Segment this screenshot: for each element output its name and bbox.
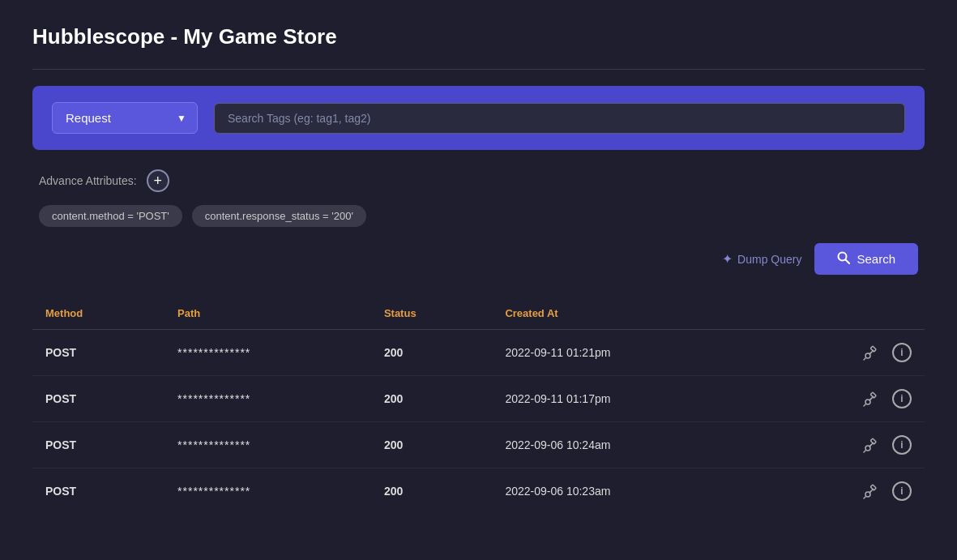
satellite-icon[interactable]: [861, 343, 881, 362]
attribute-tags: content.method = 'POST' content.response…: [39, 205, 918, 227]
plus-icon: +: [153, 173, 162, 188]
row-path: **************: [164, 468, 371, 515]
row-status: 200: [371, 422, 493, 468]
row-status: 200: [371, 468, 493, 515]
table-row: POST ************** 200 2022-09-06 10:23…: [32, 468, 925, 515]
advanced-header: Advance Attributes: +: [39, 169, 918, 192]
dropdown-wrapper: Request Response Event ▼: [52, 102, 198, 134]
row-created-at: 2022-09-11 01:17pm: [492, 376, 766, 422]
svg-line-11: [869, 399, 871, 400]
row-method: POST: [32, 330, 164, 376]
advanced-section: Advance Attributes: + content.method = '…: [32, 169, 925, 227]
sparkle-icon: ✦: [722, 251, 733, 267]
info-icon[interactable]: i: [892, 481, 912, 501]
svg-rect-4: [870, 346, 876, 352]
add-attribute-button[interactable]: +: [147, 169, 169, 192]
svg-rect-19: [870, 485, 876, 490]
info-icon[interactable]: i: [892, 343, 912, 362]
col-method: Method: [32, 297, 164, 330]
results-table: Method Path Status Created At POST *****…: [32, 297, 925, 514]
row-path: **************: [164, 330, 371, 376]
page-title: Hubblescope - My Game Store: [32, 24, 925, 49]
search-tags-input[interactable]: [214, 103, 905, 134]
row-created-at: 2022-09-06 10:23am: [492, 468, 766, 515]
satellite-icon[interactable]: [861, 481, 881, 501]
title-divider: [32, 69, 925, 70]
svg-line-20: [864, 497, 865, 498]
attribute-tag-method[interactable]: content.method = 'POST': [39, 205, 182, 227]
table-row: POST ************** 200 2022-09-11 01:17…: [32, 376, 925, 422]
table-body: POST ************** 200 2022-09-11 01:21…: [32, 330, 925, 515]
search-actions: ✦ Dump Query Search: [32, 243, 925, 275]
search-button[interactable]: Search: [814, 243, 918, 275]
dump-query-label: Dump Query: [737, 253, 801, 266]
svg-line-5: [864, 358, 865, 360]
svg-line-21: [869, 491, 871, 493]
svg-rect-14: [870, 438, 876, 444]
col-status: Status: [371, 297, 493, 330]
search-panel: Request Response Event ▼: [32, 86, 925, 150]
svg-line-6: [869, 353, 871, 354]
satellite-icon[interactable]: [861, 435, 881, 455]
row-path: **************: [164, 422, 371, 468]
table-row: POST ************** 200 2022-09-11 01:21…: [32, 330, 925, 376]
svg-line-16: [869, 445, 871, 447]
row-created-at: 2022-09-11 01:21pm: [492, 330, 766, 376]
row-created-at: 2022-09-06 10:24am: [492, 422, 766, 468]
dump-query-button[interactable]: ✦ Dump Query: [722, 251, 801, 267]
row-actions: i: [766, 376, 925, 422]
col-actions: [766, 297, 925, 330]
info-icon[interactable]: i: [892, 389, 912, 408]
svg-line-15: [864, 451, 865, 452]
col-created-at: Created At: [492, 297, 766, 330]
search-label: Search: [857, 252, 895, 266]
satellite-icon[interactable]: [861, 389, 881, 408]
info-icon[interactable]: i: [892, 435, 912, 455]
request-type-select[interactable]: Request Response Event: [52, 102, 198, 134]
attribute-tag-status[interactable]: content.response_status = '200': [192, 205, 366, 227]
col-path: Path: [164, 297, 371, 330]
row-method: POST: [32, 376, 164, 422]
row-actions: i: [766, 422, 925, 468]
table-header: Method Path Status Created At: [32, 297, 925, 330]
search-icon: [837, 251, 850, 267]
svg-line-1: [846, 260, 850, 264]
row-actions: i: [766, 468, 925, 515]
svg-line-10: [864, 404, 865, 406]
svg-rect-9: [870, 392, 876, 398]
row-path: **************: [164, 376, 371, 422]
page-container: Hubblescope - My Game Store Request Resp…: [0, 0, 957, 538]
row-method: POST: [32, 468, 164, 515]
table-row: POST ************** 200 2022-09-06 10:24…: [32, 422, 925, 468]
row-status: 200: [371, 330, 493, 376]
row-method: POST: [32, 422, 164, 468]
table-header-row: Method Path Status Created At: [32, 297, 925, 330]
advanced-label: Advance Attributes:: [39, 174, 137, 187]
row-status: 200: [371, 376, 493, 422]
row-actions: i: [766, 330, 925, 376]
